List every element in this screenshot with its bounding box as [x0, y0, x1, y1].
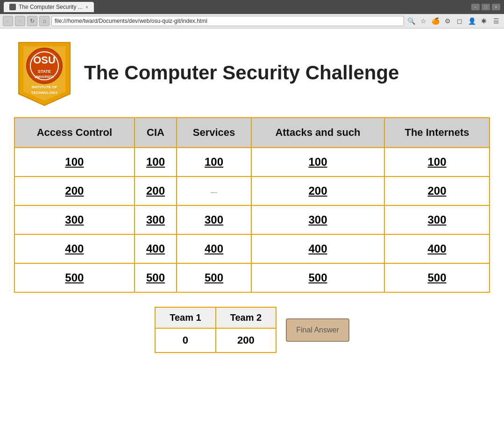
question-link[interactable]: 100: [146, 155, 165, 168]
table-cell: 400: [135, 234, 177, 263]
question-link[interactable]: 400: [428, 242, 447, 255]
question-link[interactable]: 500: [65, 271, 84, 284]
browser-body: OSU STATE UNIVERSITY INSTITUTE OF TECHNO…: [0, 28, 504, 437]
tab-favicon-icon: [9, 4, 16, 10]
score-section: Team 1 Team 2 0 200 Final Answer: [14, 307, 490, 353]
table-cell: 200: [14, 176, 135, 205]
col-header-attacks: Attacks and such: [251, 118, 384, 148]
svg-text:TECHNOLOGY: TECHNOLOGY: [31, 91, 58, 95]
team2-score: 200: [216, 328, 276, 352]
table-cell: 100: [135, 148, 177, 176]
question-link[interactable]: 300: [205, 213, 223, 226]
question-link[interactable]: 300: [146, 213, 165, 226]
table-cell: 100: [177, 148, 251, 176]
question-link[interactable]: 400: [205, 242, 223, 255]
table-cell: 400: [14, 234, 135, 263]
browser-tab[interactable]: The Computer Security ... ×: [4, 2, 94, 12]
table-cell: 300: [14, 205, 135, 234]
table-row: 100100100100100: [14, 148, 490, 176]
back-button[interactable]: ←: [3, 16, 13, 26]
table-cell: 100: [14, 148, 135, 176]
question-link[interactable]: 200: [308, 184, 327, 197]
table-cell: 400: [177, 234, 251, 263]
score-header-row: Team 1 Team 2: [155, 307, 276, 328]
table-row: 300300300300300: [14, 205, 490, 234]
reload-button[interactable]: ↻: [27, 16, 37, 26]
search-icon[interactable]: 🔍: [406, 16, 416, 26]
bookmark-icon[interactable]: ☆: [418, 16, 428, 26]
tab-title: The Computer Security ...: [19, 4, 83, 10]
table-header-row: Access Control CIA Services Attacks and …: [14, 118, 490, 148]
question-link[interactable]: 200: [428, 184, 447, 197]
browser-titlebar: The Computer Security ... × − □ ×: [0, 0, 504, 14]
address-bar[interactable]: file:///home/tward/Documents/dev/web/osu…: [51, 16, 404, 26]
page-title: The Computer Security Challenge: [84, 62, 399, 84]
settings-icon[interactable]: ⚙: [442, 16, 453, 26]
osu-logo: OSU STATE UNIVERSITY INSTITUTE OF TECHNO…: [14, 38, 75, 108]
table-cell: 200: [251, 176, 384, 205]
col-header-cia: CIA: [135, 118, 177, 148]
browser-icon[interactable]: ◻: [454, 16, 465, 26]
table-cell: 100: [251, 148, 384, 176]
team1-header: Team 1: [155, 307, 215, 328]
question-link[interactable]: 500: [428, 271, 447, 284]
table-cell: 200: [384, 176, 490, 205]
page-content: OSU STATE UNIVERSITY INSTITUTE OF TECHNO…: [0, 28, 504, 437]
team2-header: Team 2: [216, 307, 276, 328]
question-link[interactable]: 100: [65, 155, 84, 168]
table-row: 200200—200200: [14, 176, 490, 205]
window-close-button[interactable]: ×: [492, 4, 500, 10]
question-link[interactable]: 400: [146, 242, 165, 255]
table-row: 500500500500500: [14, 263, 490, 292]
window-maximize-button[interactable]: □: [482, 4, 490, 10]
table-cell: 500: [177, 263, 251, 292]
browser-chrome: The Computer Security ... × − □ × ← → ↻ …: [0, 0, 504, 28]
question-link[interactable]: 200: [146, 184, 165, 197]
team1-score: 0: [155, 328, 215, 352]
question-link[interactable]: 500: [308, 271, 327, 284]
question-link[interactable]: 100: [308, 155, 327, 168]
question-link[interactable]: 300: [65, 213, 84, 226]
forward-button[interactable]: →: [15, 16, 25, 26]
table-cell: 400: [251, 234, 384, 263]
profile-icon[interactable]: 👤: [467, 16, 477, 26]
table-cell: 500: [14, 263, 135, 292]
final-answer-button[interactable]: Final Answer: [286, 318, 349, 342]
table-cell: 500: [384, 263, 490, 292]
tab-close-icon[interactable]: ×: [85, 4, 88, 10]
url-text: file:///home/tward/Documents/dev/web/osu…: [55, 18, 207, 24]
question-link[interactable]: 100: [205, 155, 223, 168]
window-minimize-button[interactable]: −: [471, 4, 480, 10]
table-cell: —: [177, 176, 251, 205]
table-cell: 200: [135, 176, 177, 205]
window-controls: − □ ×: [471, 4, 500, 10]
svg-text:UNIVERSITY: UNIVERSITY: [35, 75, 54, 78]
svg-text:STATE: STATE: [38, 69, 51, 74]
empty-cell-indicator: —: [211, 189, 217, 196]
question-link[interactable]: 300: [428, 213, 447, 226]
table-cell: 300: [251, 205, 384, 234]
table-cell: 300: [135, 205, 177, 234]
question-link[interactable]: 400: [308, 242, 327, 255]
header: OSU STATE UNIVERSITY INSTITUTE OF TECHNO…: [14, 38, 490, 108]
table-row: 400400400400400: [14, 234, 490, 263]
table-cell: 300: [177, 205, 251, 234]
svg-text:INSTITUTE OF: INSTITUTE OF: [32, 85, 57, 89]
question-link[interactable]: 500: [205, 271, 223, 284]
extension2-icon[interactable]: ✱: [479, 16, 489, 26]
question-link[interactable]: 500: [146, 271, 165, 284]
question-link[interactable]: 100: [428, 155, 447, 168]
browser-toolbar: ← → ↻ ⌂ file:///home/tward/Documents/dev…: [0, 14, 504, 28]
home-button[interactable]: ⌂: [39, 16, 50, 26]
extension1-icon[interactable]: 🍊: [430, 16, 440, 26]
game-table: Access Control CIA Services Attacks and …: [14, 117, 490, 293]
svg-text:OSU: OSU: [33, 54, 56, 66]
col-header-services: Services: [177, 118, 251, 148]
question-link[interactable]: 200: [65, 184, 84, 197]
table-cell: 500: [135, 263, 177, 292]
table-cell: 300: [384, 205, 490, 234]
question-link[interactable]: 400: [65, 242, 84, 255]
menu-icon[interactable]: ☰: [491, 16, 501, 26]
question-link[interactable]: 300: [308, 213, 327, 226]
table-cell: 400: [384, 234, 490, 263]
